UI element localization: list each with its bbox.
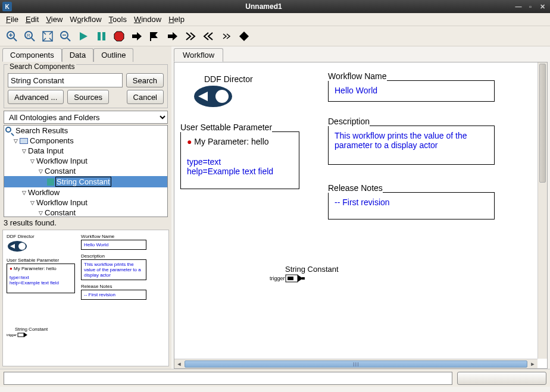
search-button[interactable]: Search — [126, 73, 164, 87]
cancel-button[interactable]: Cancel — [127, 90, 164, 104]
toolbar: R — [0, 26, 550, 46]
wf-name-value: Hello World — [335, 86, 488, 95]
svg-marker-14 — [114, 32, 124, 41]
maximize-button[interactable]: ▫ — [525, 2, 536, 11]
my-parameter: ● My Parameter: hello — [187, 137, 293, 146]
advanced-button[interactable]: Advanced ... — [8, 90, 64, 104]
close-button[interactable]: ✕ — [537, 2, 548, 11]
menu-edit[interactable]: Edit — [22, 14, 42, 25]
preview-sc-label: String Constant — [15, 327, 75, 332]
arrow-right-icon[interactable] — [130, 29, 144, 43]
zoom-fit-icon[interactable] — [40, 29, 55, 43]
results-status: 3 results found. — [0, 217, 171, 228]
preview-desc: This workflow prints the value of the pa… — [81, 259, 146, 280]
workflow-name-box[interactable]: Workflow Name Hello World — [328, 80, 495, 102]
preview-ddf-label: DDF Director — [7, 234, 75, 239]
bottom-button[interactable] — [457, 372, 546, 385]
zoom-reset-icon[interactable]: R — [23, 29, 37, 43]
preview-rn: -- First revision — [81, 290, 146, 300]
string-constant-actor-label: String Constant — [285, 265, 339, 274]
app-icon: K — [2, 2, 12, 11]
menu-tools[interactable]: Tools — [105, 14, 130, 25]
ddf-director-icon[interactable] — [192, 84, 234, 111]
wf-name-title: Workflow Name — [328, 71, 387, 81]
svg-marker-15 — [132, 32, 142, 40]
zoom-in-icon[interactable] — [5, 29, 19, 43]
titlebar: K Unnamed1 — ▫ ✕ — [0, 0, 550, 13]
string-constant-actor-icon[interactable] — [285, 274, 305, 286]
search-input[interactable] — [8, 73, 123, 87]
preview-wfname-title: Workflow Name — [81, 234, 146, 239]
tree-components[interactable]: ▽Components — [4, 136, 167, 146]
search-group: Search Components Search Advanced ... So… — [4, 64, 168, 108]
type-line: type=text — [187, 157, 293, 167]
diamond-icon[interactable] — [237, 29, 251, 43]
svg-rect-23 — [18, 333, 24, 337]
description-box[interactable]: Description This workflow prints the val… — [328, 126, 495, 165]
desc-title: Description — [328, 117, 370, 126]
tab-components[interactable]: Components — [2, 48, 62, 62]
menu-window[interactable]: Window — [130, 14, 165, 25]
preview-rn-title: Release Notes — [81, 284, 146, 289]
tab-outline[interactable]: Outline — [93, 48, 133, 62]
svg-line-1 — [14, 38, 17, 41]
flag-icon[interactable] — [148, 29, 162, 43]
ddf-director-label: DDF Director — [204, 74, 253, 84]
svg-rect-31 — [302, 277, 305, 280]
svg-marker-19 — [239, 32, 249, 41]
arrow-solid-icon[interactable] — [165, 29, 180, 43]
vertical-scrollbar[interactable] — [538, 62, 547, 359]
double-arrow-small-icon[interactable] — [219, 29, 233, 43]
ontology-select[interactable]: All Ontologies and Folders — [4, 111, 168, 124]
double-arrow-left-icon[interactable] — [201, 29, 215, 43]
svg-text:R: R — [27, 33, 30, 38]
menu-view[interactable]: View — [42, 14, 66, 25]
tree-workflow-input[interactable]: ▽Workflow Input — [4, 156, 167, 166]
rn-title: Release Notes — [328, 183, 383, 193]
scroll-right-icon[interactable]: ► — [528, 360, 538, 368]
tab-workflow[interactable]: Workflow — [174, 48, 223, 62]
desc-value: This workflow prints the value of the pa… — [335, 131, 488, 150]
command-input[interactable] — [4, 372, 452, 385]
sources-button[interactable]: Sources — [67, 90, 109, 104]
tree-constant-2[interactable]: ▽Constant — [4, 208, 167, 217]
tree-workflow-input-2[interactable]: ▽Workflow Input — [4, 197, 167, 208]
svg-point-26 — [215, 90, 229, 103]
play-icon[interactable] — [76, 29, 90, 43]
horizontal-scrollbar[interactable]: ◄ | | | ► — [174, 359, 538, 368]
minimize-button[interactable]: — — [513, 2, 524, 11]
double-arrow-right-icon[interactable] — [183, 29, 198, 43]
ddf-director-icon — [7, 240, 28, 253]
tree-constant[interactable]: ▽Constant — [4, 166, 167, 176]
tree[interactable]: Search Results ▽Components ▽Data Input ▽… — [4, 125, 168, 217]
svg-marker-16 — [151, 32, 158, 38]
menu-help[interactable]: Help — [165, 14, 188, 25]
usp-title: User Settable Parameter — [180, 123, 272, 132]
workflow-canvas[interactable]: DDF Director User Settable Parameter ● M… — [174, 62, 548, 369]
menubar: File Edit View Workflow Tools Window Hel… — [0, 13, 550, 26]
pause-icon[interactable] — [94, 29, 108, 43]
svg-line-9 — [67, 38, 70, 41]
preview-trigger-label: trigger — [7, 333, 17, 337]
preview-type-help: type=text help=Example text field — [10, 275, 72, 286]
release-notes-box[interactable]: Release Notes -- First revision — [328, 192, 495, 219]
zoom-out-icon[interactable] — [58, 29, 73, 43]
trigger-label: trigger — [270, 275, 285, 281]
svg-rect-13 — [102, 32, 105, 40]
left-panel: Components Data Outline Search Component… — [0, 46, 171, 369]
tree-search-results[interactable]: Search Results — [4, 126, 167, 136]
menu-file[interactable]: File — [2, 14, 22, 25]
tree-data-input[interactable]: ▽Data Input — [4, 146, 167, 156]
menu-workflow[interactable]: Workflow — [66, 14, 105, 25]
tree-string-constant[interactable]: String Constant — [4, 176, 167, 187]
preview-wfname: Hello World — [81, 240, 146, 250]
preview-usp-title: User Settable Parameter — [7, 258, 75, 263]
help-line: help=Example text field — [187, 167, 293, 176]
tree-workflow[interactable]: ▽Workflow — [4, 187, 167, 197]
user-settable-parameter-box[interactable]: User Settable Parameter ● My Parameter: … — [180, 131, 299, 189]
search-legend: Search Components — [8, 62, 76, 71]
scroll-left-icon[interactable]: ◄ — [174, 360, 184, 368]
main-area: Components Data Outline Search Component… — [0, 46, 550, 369]
tab-data[interactable]: Data — [62, 48, 93, 62]
stop-icon[interactable] — [112, 29, 126, 43]
